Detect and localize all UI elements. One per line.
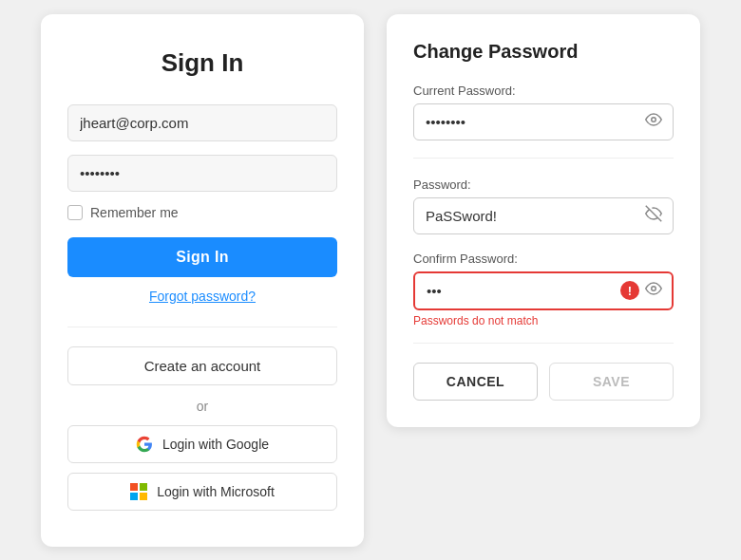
change-password-card: Change Password Current Password: Passwo… <box>387 14 700 427</box>
google-button-label: Login with Google <box>162 437 269 452</box>
password-input[interactable] <box>67 155 337 192</box>
new-password-label: Password: <box>413 177 674 192</box>
remember-row: Remember me <box>67 205 337 220</box>
google-icon <box>136 436 153 453</box>
google-login-button[interactable]: Login with Google <box>67 425 337 463</box>
microsoft-button-label: Login with Microsoft <box>157 484 275 499</box>
current-password-input[interactable] <box>413 103 674 140</box>
change-password-title: Change Password <box>413 41 674 63</box>
current-password-eye-icon[interactable] <box>645 111 662 132</box>
signin-button[interactable]: Sign In <box>67 237 337 277</box>
remember-label: Remember me <box>90 205 179 220</box>
new-password-eye-icon[interactable] <box>645 205 662 226</box>
new-password-wrap <box>413 197 674 234</box>
svg-point-0 <box>652 118 656 122</box>
confirm-password-wrap: ! <box>413 271 674 310</box>
forgot-password-link[interactable]: Forgot password? <box>67 289 337 304</box>
remember-checkbox[interactable] <box>67 205 83 220</box>
confirm-password-label: Confirm Password: <box>413 252 674 266</box>
divider-section: Create an account or Login with Google <box>67 327 337 511</box>
microsoft-login-button[interactable]: Login with Microsoft <box>67 473 337 511</box>
error-icon: ! <box>620 281 639 300</box>
divider-1 <box>413 158 674 159</box>
confirm-password-eye-icon[interactable] <box>645 280 662 301</box>
create-account-button[interactable]: Create an account <box>67 346 337 385</box>
or-text: or <box>67 399 337 414</box>
divider-2 <box>413 343 674 344</box>
svg-point-2 <box>652 287 656 291</box>
main-container: Sign In Remember me Sign In Forgot passw… <box>22 0 719 560</box>
cancel-button[interactable]: CANCEL <box>413 363 538 401</box>
current-password-label: Current Password: <box>413 84 674 98</box>
signin-card: Sign In Remember me Sign In Forgot passw… <box>41 14 364 547</box>
email-input[interactable] <box>67 104 337 141</box>
signin-title: Sign In <box>67 48 337 78</box>
error-message: Passwords do not match <box>413 314 674 327</box>
new-password-input[interactable] <box>413 197 674 234</box>
save-button[interactable]: SAVE <box>549 363 674 401</box>
microsoft-icon <box>130 483 147 500</box>
current-password-wrap <box>413 103 674 140</box>
cp-buttons: CANCEL SAVE <box>413 363 674 401</box>
